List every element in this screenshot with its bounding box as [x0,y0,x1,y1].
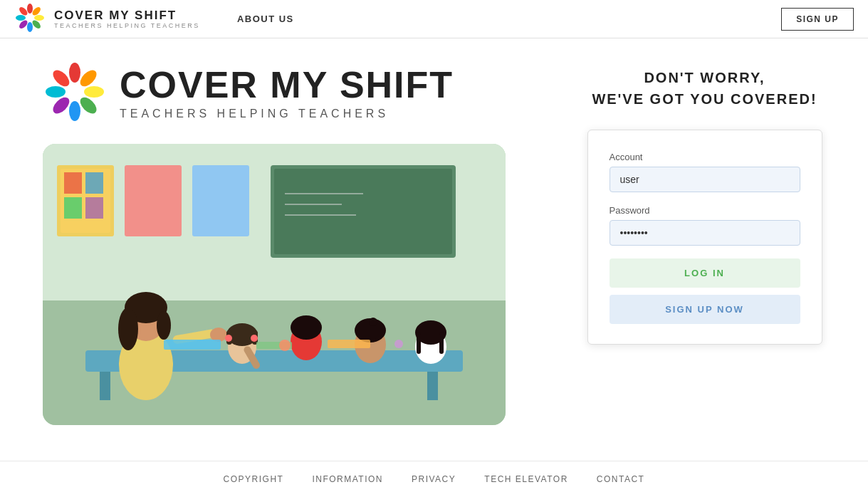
navbar-logo-icon [14,2,46,36]
navbar-brand-text: COVER MY SHIFT TEACHERS HELPING TEACHERS [54,9,200,29]
svg-point-9 [69,63,80,83]
svg-point-13 [69,101,80,121]
navbar-brand-tagline: TEACHERS HELPING TEACHERS [54,23,200,29]
svg-point-17 [68,85,82,99]
svg-point-4 [27,22,33,32]
svg-point-6 [16,15,26,21]
svg-rect-35 [100,372,110,400]
svg-rect-63 [328,340,370,348]
tagline-line2: WE'VE GOT YOU COVERED! [592,88,817,110]
footer-link[interactable]: TECH ELEVATOR [484,474,568,484]
password-form-group: Password [610,205,800,246]
navbar-brand-title: COVER MY SHIFT [54,9,200,21]
svg-point-2 [34,15,44,21]
password-input[interactable] [610,220,800,246]
hero-tagline: DON'T WORRY, WE'VE GOT YOU COVERED! [592,67,817,110]
svg-point-15 [46,86,66,98]
footer-link[interactable]: INFORMATION [312,474,383,484]
brand-logo-large [43,60,107,127]
svg-rect-21 [274,169,452,254]
svg-rect-61 [164,340,221,350]
svg-rect-32 [192,165,249,236]
navbar-links: ABOUT US [237,14,294,24]
svg-point-11 [84,86,104,98]
footer-link[interactable]: COPYRIGHT [224,474,284,484]
svg-point-65 [394,340,403,348]
svg-point-12 [78,95,100,117]
svg-rect-60 [439,333,444,354]
account-label: Account [610,152,800,162]
svg-rect-29 [64,197,82,219]
password-label: Password [610,205,800,216]
login-button[interactable]: LOG IN [610,258,800,288]
svg-rect-28 [85,172,103,194]
svg-rect-59 [417,333,421,354]
svg-point-16 [50,67,72,89]
tagline-line1: DON'T WORRY, [592,67,817,88]
svg-rect-48 [225,335,232,342]
account-input[interactable] [610,167,800,192]
brand-subtitle: TEACHERS HELPING TEACHERS [120,108,454,120]
brand-title: COVER MY SHIFT [120,66,454,103]
navbar: COVER MY SHIFT TEACHERS HELPING TEACHERS… [0,0,868,38]
login-card: Account Password LOG IN SIGN UP NOW [587,130,822,345]
svg-rect-49 [251,335,258,342]
brand-header: COVER MY SHIFT TEACHERS HELPING TEACHERS [43,60,555,127]
navbar-left: COVER MY SHIFT TEACHERS HELPING TEACHERS… [14,2,294,36]
svg-point-10 [78,67,100,89]
footer-link[interactable]: CONTACT [597,474,645,484]
svg-point-0 [27,4,33,14]
svg-rect-56 [369,318,377,326]
svg-rect-36 [427,372,438,400]
left-section: COVER MY SHIFT TEACHERS HELPING TEACHERS [43,60,555,425]
signup-now-button[interactable]: SIGN UP NOW [610,295,800,324]
svg-point-64 [279,340,291,351]
nav-about-us[interactable]: ABOUT US [237,14,294,24]
svg-point-8 [26,14,33,21]
classroom-image [43,144,506,425]
brand-text: COVER MY SHIFT TEACHERS HELPING TEACHERS [120,66,454,120]
svg-point-14 [50,95,72,117]
svg-rect-30 [85,197,103,219]
svg-point-41 [157,311,171,340]
svg-point-52 [291,315,322,340]
right-section: DON'T WORRY, WE'VE GOT YOU COVERED! Acco… [584,60,825,345]
footer: COPYRIGHTINFORMATIONPRIVACYTECH ELEVATOR… [0,461,868,494]
main-content: COVER MY SHIFT TEACHERS HELPING TEACHERS [0,38,868,454]
svg-point-40 [118,308,138,350]
navbar-signup-button[interactable]: SIGN UP [781,8,854,31]
svg-rect-31 [125,165,182,236]
account-form-group: Account [610,152,800,192]
footer-link[interactable]: PRIVACY [412,474,456,484]
svg-rect-27 [64,172,82,194]
